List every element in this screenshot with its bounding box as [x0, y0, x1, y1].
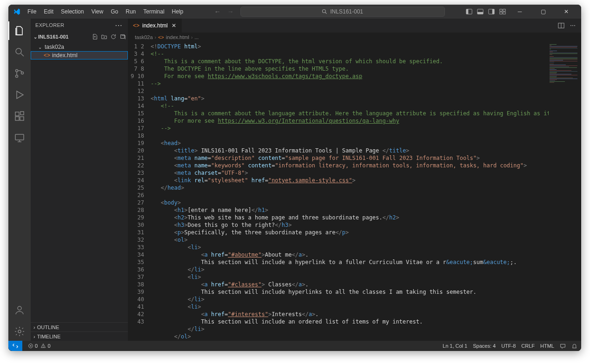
svg-rect-27 [121, 35, 125, 39]
problems-indicator[interactable]: 0 0 [28, 343, 51, 349]
window-close-button[interactable]: ✕ [557, 5, 576, 19]
svg-line-13 [21, 53, 24, 56]
breadcrumb-item[interactable]: ... [194, 34, 199, 40]
svg-rect-3 [466, 9, 468, 14]
collapse-all-icon[interactable] [119, 33, 126, 40]
eol-status[interactable]: CRLF [521, 343, 535, 349]
accounts-icon[interactable] [8, 301, 31, 319]
search-activity-icon[interactable] [8, 43, 31, 61]
explorer-activity-icon[interactable] [8, 21, 31, 40]
html-file-icon: <> [133, 22, 139, 29]
explorer-sidebar: EXPLORER ⋯ ⌄ INLS161-001 ⌄task02a<>index… [31, 19, 128, 341]
feedback-icon[interactable] [560, 343, 566, 349]
customize-layout-icon[interactable] [499, 8, 506, 15]
nav-arrows: ← → [208, 8, 240, 15]
toggle-secondary-sidebar-icon[interactable] [488, 8, 495, 15]
outline-section[interactable]: ›OUTLINE [31, 322, 128, 331]
explorer-title: EXPLORER ⋯ [31, 19, 128, 32]
svg-point-0 [323, 10, 326, 13]
menu-go[interactable]: Go [107, 7, 121, 16]
svg-rect-21 [20, 112, 24, 115]
svg-point-15 [16, 75, 18, 78]
warning-count: 0 [47, 343, 50, 349]
extensions-activity-icon[interactable] [8, 107, 31, 126]
editor-group: <> index.html ✕ ⋯ task02a › <> index.htm… [128, 19, 581, 341]
minimap[interactable] [549, 42, 581, 341]
indentation-status[interactable]: Spaces: 4 [473, 343, 496, 349]
activity-bar [8, 19, 31, 341]
notifications-icon[interactable] [571, 343, 577, 349]
folder-task02a[interactable]: ⌄task02a [31, 43, 128, 51]
code-editor[interactable]: 1 2 3 4 5 6 7 8 9 10 11 12 13 14 15 16 1… [128, 42, 581, 341]
svg-point-12 [16, 48, 21, 54]
vscode-logo-icon [13, 8, 20, 15]
timeline-label: TIMELINE [37, 334, 61, 339]
split-editor-icon[interactable] [558, 22, 564, 29]
svg-point-34 [43, 347, 44, 347]
menu-terminal[interactable]: Terminal [140, 7, 167, 16]
search-icon [322, 9, 327, 14]
breadcrumbs[interactable]: task02a › <> index.html › ... [128, 33, 581, 42]
svg-point-25 [18, 306, 21, 310]
menu-edit[interactable]: Edit [40, 7, 57, 16]
main-menus: FileEditSelectionViewGoRunTerminalHelp [24, 7, 186, 16]
file-index.html[interactable]: <>index.html [31, 51, 128, 60]
svg-rect-22 [15, 134, 24, 140]
refresh-icon[interactable] [110, 33, 117, 40]
html-file-icon: <> [158, 34, 164, 40]
nav-back-icon[interactable]: ← [214, 8, 221, 15]
nav-forward-icon[interactable]: → [227, 8, 234, 15]
chevron-right-icon: › [33, 324, 35, 330]
cursor-position[interactable]: Ln 1, Col 1 [443, 343, 467, 349]
tab-label: index.html [142, 22, 168, 29]
chevron-right-icon: › [33, 334, 35, 339]
editor-more-icon[interactable]: ⋯ [570, 22, 577, 29]
remote-indicator[interactable] [8, 341, 22, 351]
command-center-search[interactable]: INLS161-001 [240, 7, 445, 17]
search-placeholder: INLS161-001 [330, 8, 363, 15]
breadcrumb-item[interactable]: task02a [135, 34, 153, 40]
toggle-panel-icon[interactable] [477, 8, 484, 15]
language-mode[interactable]: HTML [540, 343, 554, 349]
manage-gear-icon[interactable] [8, 322, 31, 341]
breadcrumb-item[interactable]: index.html [166, 34, 189, 40]
new-file-icon[interactable] [92, 33, 98, 40]
menu-file[interactable]: File [24, 7, 40, 16]
project-actions [92, 33, 126, 40]
svg-rect-5 [477, 12, 483, 14]
chevron-right-icon: › [155, 35, 156, 40]
line-number-gutter: 1 2 3 4 5 6 7 8 9 10 11 12 13 14 15 16 1… [128, 42, 148, 341]
window-minimize-button[interactable]: ─ [510, 5, 529, 19]
timeline-section[interactable]: ›TIMELINE [31, 331, 128, 341]
html-file-icon: <> [44, 52, 50, 59]
svg-rect-8 [500, 9, 502, 11]
svg-rect-20 [20, 117, 24, 120]
chevron-right-icon: › [191, 35, 192, 40]
explorer-more-icon[interactable]: ⋯ [115, 21, 123, 30]
remote-explorer-activity-icon[interactable] [8, 128, 31, 147]
menu-run[interactable]: Run [122, 7, 139, 16]
svg-line-1 [325, 13, 327, 14]
svg-marker-17 [17, 91, 23, 99]
titlebar: FileEditSelectionViewGoRunTerminalHelp ←… [8, 5, 581, 19]
menu-view[interactable]: View [88, 7, 106, 16]
window-maximize-button[interactable]: ▢ [534, 5, 552, 19]
svg-point-26 [18, 330, 21, 333]
menu-selection[interactable]: Selection [58, 7, 87, 16]
status-bar: 0 0 Ln 1, Col 1 Spaces: 4 UTF-8 CRLF HTM… [8, 341, 581, 351]
run-debug-activity-icon[interactable] [8, 86, 31, 104]
new-folder-icon[interactable] [101, 33, 107, 40]
source-control-activity-icon[interactable] [8, 64, 31, 83]
svg-rect-19 [15, 117, 19, 120]
toggle-primary-sidebar-icon[interactable] [466, 8, 472, 15]
project-header[interactable]: ⌄ INLS161-001 [31, 32, 128, 42]
close-tab-icon[interactable]: ✕ [171, 22, 177, 29]
menu-help[interactable]: Help [169, 7, 187, 16]
encoding-status[interactable]: UTF-8 [501, 343, 516, 349]
svg-rect-10 [500, 12, 502, 14]
tab-index-html[interactable]: <> index.html ✕ [128, 19, 182, 33]
outline-label: OUTLINE [37, 324, 60, 330]
code-content[interactable]: <!DOCTYPE html> <!-- This is a comment a… [148, 42, 549, 341]
file-tree: ⌄task02a<>index.html [31, 42, 128, 322]
svg-rect-11 [503, 12, 505, 14]
